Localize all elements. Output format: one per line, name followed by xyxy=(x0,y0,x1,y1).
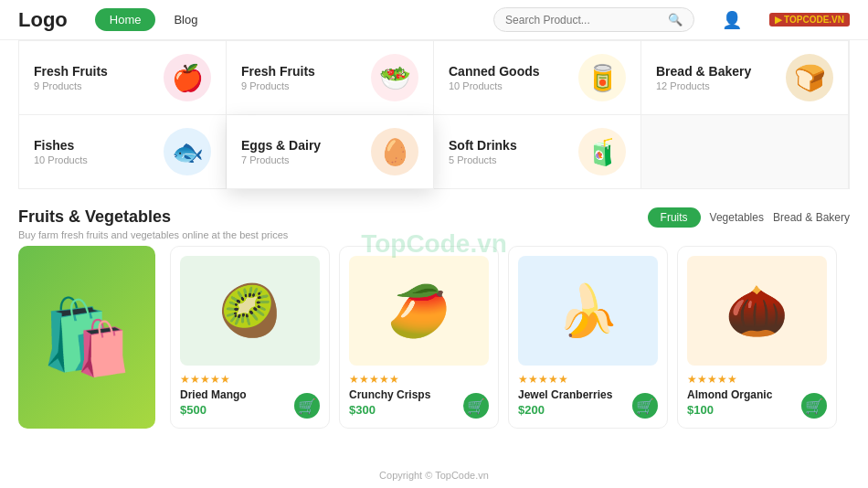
cat-name: Eggs & Dairy xyxy=(241,138,321,153)
category-eggs-dairy[interactable]: Eggs & Dairy 7 Products 🥚 xyxy=(227,115,434,189)
category-fresh-fruits-1[interactable]: Fresh Fruits 9 Products 🍎 xyxy=(19,41,227,115)
section-subtitle: Buy farm fresh fruits and vegetables onl… xyxy=(18,229,288,240)
product-stars: ★★★★★ xyxy=(180,373,320,386)
cat-image: 🧃 xyxy=(578,128,626,175)
nav-blog-button[interactable]: Blog xyxy=(174,13,197,27)
cat-count: 12 Products xyxy=(656,80,751,91)
cat-count: 10 Products xyxy=(449,80,540,91)
product-image: 🍌 xyxy=(518,256,658,366)
add-to-cart-button[interactable]: 🛒 xyxy=(632,393,658,419)
search-input[interactable] xyxy=(505,14,668,27)
tab-bread-bakery[interactable]: Bread & Bakery xyxy=(773,211,850,224)
cat-image: 🐟 xyxy=(164,128,211,175)
cat-count: 9 Products xyxy=(241,80,315,91)
cat-name: Fishes xyxy=(34,138,88,153)
cat-name: Fresh Fruits xyxy=(241,64,315,79)
product-image: 🥝 xyxy=(180,256,320,366)
cat-image: 🥫 xyxy=(578,54,626,101)
category-bread-bakery[interactable]: Bread & Bakery 12 Products 🍞 xyxy=(641,41,849,115)
product-card-almond-organic: 🌰 ★★★★★ Almond Organic $100 🛒 xyxy=(677,246,837,429)
product-stars: ★★★★★ xyxy=(349,373,489,386)
nav-home-button[interactable]: Home xyxy=(95,8,156,31)
add-to-cart-button[interactable]: 🛒 xyxy=(801,393,827,419)
tote-bag-icon: 🛍️ xyxy=(41,294,132,380)
featured-image: 🛍️ xyxy=(18,246,155,429)
topcode-label: TOPCODE.VN xyxy=(784,15,844,25)
user-icon[interactable]: 👤 xyxy=(722,10,742,30)
fruits-section-header: Fruits & Vegetables Buy farm fresh fruit… xyxy=(0,189,868,246)
category-fishes[interactable]: Fishes 10 Products 🐟 xyxy=(19,115,227,189)
add-to-cart-button[interactable]: 🛒 xyxy=(463,393,489,419)
product-stars: ★★★★★ xyxy=(518,373,658,386)
search-bar: 🔍 xyxy=(493,7,694,32)
cat-count: 10 Products xyxy=(34,154,88,165)
cat-count: 5 Products xyxy=(449,154,517,165)
product-card-crunchy-crisps: 🥭 ★★★★★ Crunchy Crisps $300 🛒 xyxy=(339,246,499,429)
search-icon[interactable]: 🔍 xyxy=(668,13,683,27)
category-grid: Fresh Fruits 9 Products 🍎 Fresh Fruits 9… xyxy=(18,40,850,189)
cat-name: Canned Goods xyxy=(449,64,540,79)
cat-image: 🍎 xyxy=(164,54,211,101)
section-tabs: Fruits Vegetables Bread & Bakery xyxy=(648,207,850,228)
cat-image: 🍞 xyxy=(786,54,833,101)
tab-vegetables[interactable]: Vegetables xyxy=(710,211,764,224)
section-title: Fruits & Vegetables xyxy=(18,207,288,227)
category-canned-goods[interactable]: Canned Goods 10 Products 🥫 xyxy=(434,41,641,115)
cat-name: Bread & Bakery xyxy=(656,64,751,79)
logo: Logo xyxy=(18,8,68,32)
product-card-jewel-cranberries: 🍌 ★★★★★ Jewel Cranberries $200 🛒 xyxy=(508,246,668,429)
cat-image: 🥗 xyxy=(371,54,418,101)
product-card-dried-mango: 🥝 ★★★★★ Dried Mango $500 🛒 xyxy=(170,246,330,429)
cat-count: 7 Products xyxy=(241,154,321,165)
product-image: 🥭 xyxy=(349,256,489,366)
topcode-badge: ▶TOPCODE.VN xyxy=(769,13,850,27)
tab-fruits[interactable]: Fruits xyxy=(648,207,701,228)
copyright-text: Copyright © TopCode.vn xyxy=(379,470,489,481)
cat-image: 🥚 xyxy=(371,128,418,175)
category-fresh-fruits-2[interactable]: Fresh Fruits 9 Products 🥗 xyxy=(227,41,434,115)
cat-name: Soft Drinks xyxy=(449,138,517,153)
product-image: 🌰 xyxy=(687,256,827,366)
add-to-cart-button[interactable]: 🛒 xyxy=(294,393,320,419)
products-row: 🛍️ 🥝 ★★★★★ Dried Mango $500 🛒 🥭 ★★★★★ Cr… xyxy=(0,246,868,429)
category-soft-drinks[interactable]: Soft Drinks 5 Products 🧃 xyxy=(434,115,641,189)
header: Logo Home Blog 🔍 👤 ▶TOPCODE.VN xyxy=(0,0,868,40)
category-empty xyxy=(641,115,849,189)
cat-count: 9 Products xyxy=(34,80,108,91)
cat-name: Fresh Fruits xyxy=(34,64,108,79)
product-stars: ★★★★★ xyxy=(687,373,827,386)
